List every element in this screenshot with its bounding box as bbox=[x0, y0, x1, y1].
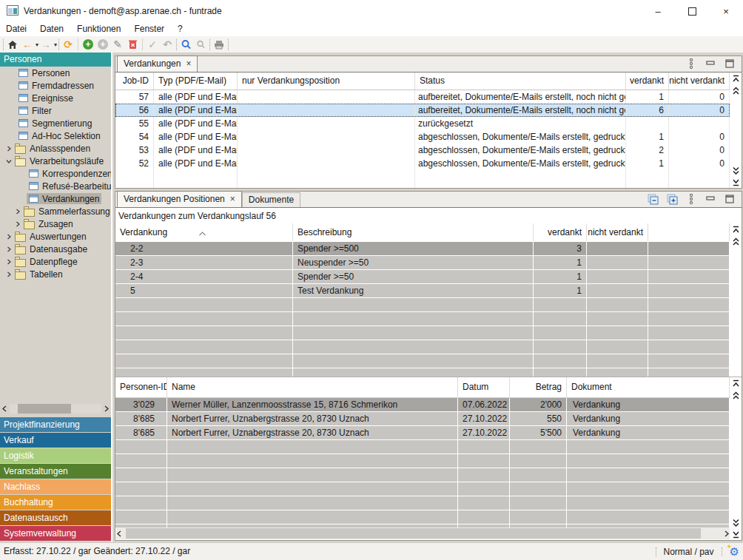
column-header-datum[interactable]: Datum bbox=[458, 377, 510, 397]
table-row[interactable]: 2-4Spender >=501 bbox=[115, 270, 730, 283]
sidebar-item-auswertungen[interactable]: Auswertungen bbox=[0, 230, 111, 243]
sidebar-item-korrespondenzen-a[interactable]: Korrespondenzen a bbox=[0, 167, 111, 180]
window-close-button[interactable]: × bbox=[709, 0, 743, 22]
window-maximize-button[interactable] bbox=[675, 0, 709, 22]
sidebar-item-verarbeitungsläufe[interactable]: Verarbeitungsläufe bbox=[0, 155, 111, 167]
chevron-right-icon[interactable] bbox=[13, 209, 21, 215]
window-minimize-button[interactable]: – bbox=[641, 0, 675, 22]
module-veranstaltungen[interactable]: Veranstaltungen bbox=[0, 464, 111, 479]
column-header-personen-id[interactable]: Personen-ID bbox=[115, 377, 167, 397]
table-row[interactable]: 2-3Neuspender >=501 bbox=[115, 256, 730, 269]
page-up-icon[interactable] bbox=[731, 391, 741, 399]
sidebar-item-datenpflege[interactable]: Datenpflege bbox=[0, 255, 111, 268]
column-header-dokument[interactable]: Dokument bbox=[567, 377, 730, 397]
scroll-to-bottom-icon[interactable] bbox=[731, 178, 741, 186]
column-header-typ[interactable]: Typ (PDF/E-Mail) bbox=[154, 72, 238, 90]
table-row[interactable]: 56alle (PDF und E-Mail)aufbereitet, Doku… bbox=[115, 104, 730, 117]
forward-icon[interactable]: → bbox=[38, 37, 53, 52]
column-header-betrag[interactable]: Betrag bbox=[510, 377, 567, 397]
panel-minimize-icon[interactable] bbox=[705, 58, 716, 70]
module-verkauf[interactable]: Verkauf bbox=[0, 433, 111, 448]
collapse-all-icon[interactable] bbox=[647, 193, 659, 205]
table-row[interactable]: 55alle (PDF und E-Mail)zurückgesetzt bbox=[115, 117, 730, 130]
panel-maximize-icon[interactable] bbox=[724, 58, 736, 70]
table-row[interactable]: 2-2Spender >=5003 bbox=[115, 242, 730, 255]
add-icon[interactable]: + bbox=[81, 37, 95, 52]
chevron-right-icon[interactable] bbox=[4, 246, 13, 252]
sidebar-item-fremdadressen[interactable]: Fremdadressen bbox=[0, 79, 111, 92]
table-row[interactable]: 5Test Verdankung1 bbox=[115, 284, 730, 297]
panel-maximize-icon[interactable] bbox=[724, 193, 736, 205]
sidebar-item-tabellen[interactable]: Tabellen bbox=[0, 268, 111, 280]
module-projektfinanzierung[interactable]: Projektfinanzierung bbox=[0, 417, 111, 432]
menu-funktionen[interactable]: Funktionen bbox=[70, 22, 127, 36]
column-header-nicht-verdankt[interactable]: nicht verdankt bbox=[587, 223, 648, 241]
scroll-to-bottom-icon[interactable] bbox=[731, 530, 741, 539]
back-icon[interactable]: ← bbox=[20, 37, 35, 52]
table-row[interactable]: 57alle (PDF und E-Mail)aufbereitet, Doku… bbox=[115, 90, 730, 104]
chevron-right-icon[interactable] bbox=[4, 259, 13, 265]
tab-close-icon[interactable]: × bbox=[230, 192, 235, 207]
menu-fenster[interactable]: Fenster bbox=[127, 22, 171, 36]
panel-menu-icon[interactable] bbox=[685, 58, 697, 70]
tab-verdankungen[interactable]: Verdankungen × bbox=[117, 55, 198, 72]
page-down-icon[interactable] bbox=[731, 518, 741, 527]
chevron-right-icon[interactable] bbox=[4, 234, 13, 240]
settings-gear-icon[interactable]: ⚙✦ bbox=[730, 546, 739, 557]
panel-minimize-icon[interactable] bbox=[705, 193, 716, 205]
module-nachlass[interactable]: Nachlass bbox=[0, 479, 111, 494]
table-row[interactable]: 8'685Norbert Furrer, Uznabergstrasse 20,… bbox=[115, 426, 730, 439]
add-disabled-icon[interactable]: + bbox=[95, 37, 110, 52]
page-up-icon[interactable] bbox=[731, 86, 741, 95]
tab-close-icon[interactable]: × bbox=[186, 56, 191, 72]
sidebar-item-ad-hoc-selektion[interactable]: Ad-Hoc Selektion bbox=[0, 129, 111, 142]
refresh-icon[interactable]: ⟳ bbox=[61, 37, 75, 52]
horizontal-scrollbar[interactable] bbox=[116, 527, 730, 539]
column-header-nicht-verdankt[interactable]: nicht verdankt bbox=[669, 72, 730, 90]
column-header-verdankt[interactable]: verdankt bbox=[626, 72, 669, 90]
search-secondary-icon[interactable] bbox=[193, 37, 208, 52]
home-icon[interactable] bbox=[5, 37, 20, 52]
menu-datei[interactable]: Datei bbox=[0, 22, 33, 36]
forward-dropdown-icon[interactable]: ▾ bbox=[54, 41, 57, 48]
menu-help[interactable]: ? bbox=[171, 22, 189, 36]
tab-verdankungen-positionen[interactable]: Verdankungen Positionen × bbox=[117, 191, 242, 207]
print-icon[interactable] bbox=[212, 37, 226, 52]
delete-icon[interactable] bbox=[125, 37, 140, 52]
page-down-icon[interactable] bbox=[731, 166, 741, 175]
confirm-icon[interactable]: ✓ bbox=[145, 37, 160, 52]
sidebar-item-segmentierung[interactable]: Segmentierung bbox=[0, 117, 111, 129]
table-row[interactable]: 54alle (PDF und E-Mail)abgeschlossen, Do… bbox=[115, 130, 730, 144]
sidebar-item-filter[interactable]: Filter bbox=[0, 104, 111, 117]
table-row[interactable]: 3'029Werner Müller, Lanzenmoosstrasse 15… bbox=[115, 398, 730, 411]
sidebar-horizontal-scrollbar[interactable] bbox=[1, 403, 110, 414]
table-row[interactable]: 53alle (PDF und E-Mail)abgeschlossen, Do… bbox=[115, 144, 730, 157]
undo-icon[interactable]: ↶ bbox=[160, 37, 175, 52]
panel-menu-icon[interactable] bbox=[685, 193, 697, 205]
chevron-down-icon[interactable] bbox=[4, 158, 13, 164]
chevron-right-icon[interactable] bbox=[4, 146, 13, 152]
scroll-to-top-icon[interactable] bbox=[731, 225, 741, 234]
column-header-job-id[interactable]: Job-ID bbox=[115, 72, 154, 90]
sidebar-item-ereignisse[interactable]: Ereignisse bbox=[0, 92, 111, 104]
column-header-beschreibung[interactable]: Beschreibung bbox=[293, 223, 534, 241]
module-logistik[interactable]: Logistik bbox=[0, 448, 111, 463]
column-header-status[interactable]: Status bbox=[415, 72, 626, 90]
sidebar-item-zusagen[interactable]: Zusagen bbox=[0, 217, 111, 230]
column-header-verdankt[interactable]: verdankt bbox=[534, 223, 587, 241]
column-header-nur-verdankungsposition[interactable]: nur Verdankungsposition bbox=[238, 72, 415, 90]
menu-daten[interactable]: Daten bbox=[33, 22, 70, 36]
column-header-name[interactable]: Name bbox=[167, 377, 458, 397]
search-icon[interactable] bbox=[178, 37, 193, 52]
sidebar-item-refusé-bearbeitung[interactable]: Refusé-Bearbeitung bbox=[0, 180, 111, 192]
module-datenaustausch[interactable]: Datenaustausch bbox=[0, 510, 111, 525]
sidebar-item-datenausgabe[interactable]: Datenausgabe bbox=[0, 243, 111, 255]
table-row[interactable]: 52alle (PDF und E-Mail)abgeschlossen, Do… bbox=[115, 157, 730, 170]
edit-icon[interactable]: ✎ bbox=[110, 37, 125, 52]
page-up-icon[interactable] bbox=[731, 237, 741, 246]
module-systemverwaltung[interactable]: Systemverwaltung bbox=[0, 526, 111, 541]
expand-all-icon[interactable] bbox=[666, 193, 678, 205]
sidebar-item-personen[interactable]: Personen bbox=[0, 67, 111, 79]
scroll-to-top-icon[interactable] bbox=[731, 379, 741, 388]
chevron-right-icon[interactable] bbox=[4, 271, 13, 277]
